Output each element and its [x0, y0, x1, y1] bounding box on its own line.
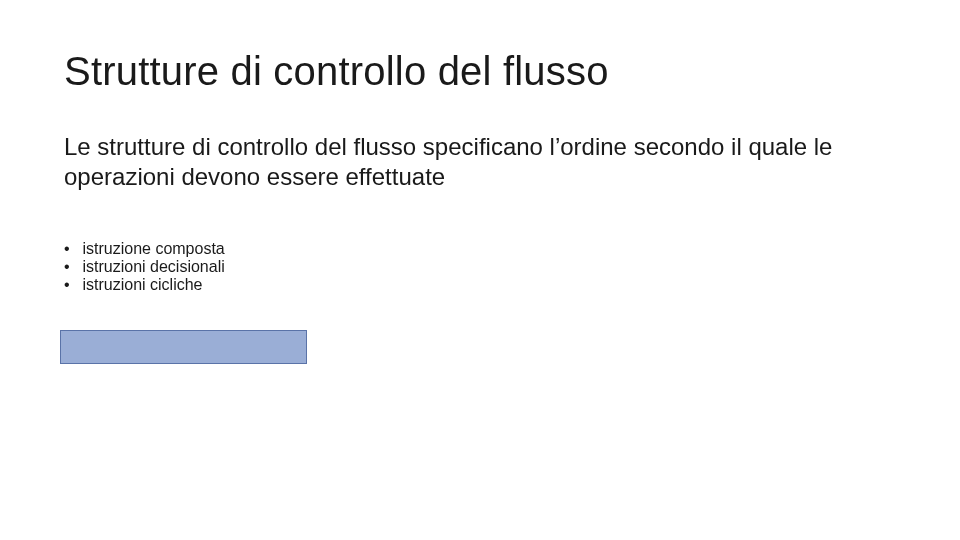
bullet-icon: • — [64, 258, 78, 276]
slide-title: Strutture di controllo del flusso — [64, 48, 896, 94]
bullet-icon: • — [64, 276, 78, 294]
slide-body-text: Le strutture di controllo del flusso spe… — [64, 132, 896, 192]
list-item: • istruzioni cicliche — [64, 276, 896, 294]
list-item-label: istruzioni cicliche — [82, 276, 202, 293]
list-item: • istruzione composta — [64, 240, 896, 258]
list-item: • istruzioni decisionali — [64, 258, 896, 276]
highlight-rectangle — [60, 330, 307, 364]
list-item-label: istruzione composta — [82, 240, 224, 257]
list-item-label: istruzioni decisionali — [82, 258, 224, 275]
bullet-list: • istruzione composta • istruzioni decis… — [64, 240, 896, 294]
bullet-icon: • — [64, 240, 78, 258]
slide: Strutture di controllo del flusso Le str… — [0, 0, 960, 540]
